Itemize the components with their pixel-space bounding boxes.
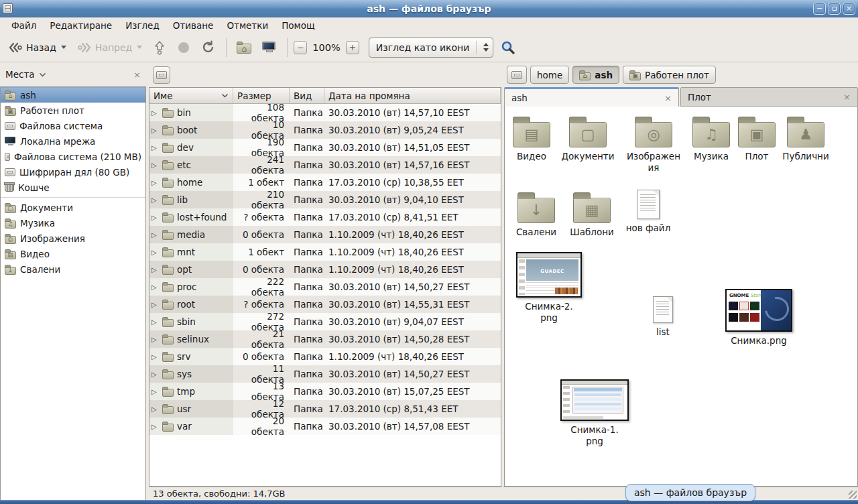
expander-icon[interactable]: ▷ <box>151 388 159 395</box>
file-row[interactable]: ▷ usr 12 обекта Папка 17.03.2010 (ср) 8,… <box>149 400 501 418</box>
forward-button[interactable]: Напред <box>73 39 146 56</box>
file-row[interactable]: ▷ bin 108 обекта Папка 30.03.2010 (вт) 1… <box>149 104 501 121</box>
expander-icon[interactable]: ▷ <box>151 266 159 273</box>
iconview-item-public[interactable]: Публични <box>779 116 833 162</box>
expander-icon[interactable]: ▷ <box>151 284 159 291</box>
sidebar-item-home-ash[interactable]: ash <box>1 87 145 103</box>
expander-icon[interactable]: ▷ <box>151 196 159 204</box>
menu-bookmarks[interactable]: Отметки <box>221 19 274 32</box>
sidebar-item-trash[interactable]: Кошче <box>1 180 145 195</box>
tab-close-icon[interactable]: × <box>664 94 672 103</box>
file-row[interactable]: ▷ home 1 обект Папка 17.03.2010 (ср) 10,… <box>149 174 501 191</box>
back-button[interactable]: Назад <box>4 39 70 56</box>
file-row[interactable]: ▷ dev 190 обекта Папка 30.03.2010 (вт) 1… <box>149 139 501 156</box>
iconview-item-snimka-1-png[interactable]: Снимка-1.png <box>560 379 629 447</box>
tab-close-icon[interactable]: × <box>843 92 851 101</box>
tab-plot[interactable]: Плот × <box>680 87 858 107</box>
root-location-button[interactable] <box>153 66 170 84</box>
expander-icon[interactable]: ▷ <box>151 179 159 186</box>
file-row[interactable]: ▷ root ? обекта Папка 30.03.2010 (вт) 14… <box>149 296 501 313</box>
up-button[interactable] <box>149 38 170 58</box>
file-row[interactable]: ▷ mnt 1 обект Папка 1.10.2009 (чт) 18,40… <box>149 243 501 261</box>
expander-icon[interactable]: ▷ <box>151 423 159 430</box>
titlebar[interactable]: ash — файлов браузър − × <box>0 0 858 17</box>
iconview-item-videos[interactable]: Видео <box>505 116 558 162</box>
file-row[interactable]: ▷ proc 222 обекта Папка 30.03.2010 (вт) … <box>149 278 501 296</box>
menu-edit[interactable]: Редактиране <box>44 19 118 32</box>
breadcrumb-home-button[interactable]: home <box>530 66 569 84</box>
menu-go[interactable]: Отиване <box>167 19 220 32</box>
iconview-item-documents[interactable]: Документи <box>561 116 615 162</box>
sidebar-item-desktop[interactable]: Работен плот <box>1 103 145 118</box>
file-row[interactable]: ▷ opt 0 обекта Папка 1.10.2009 (чт) 18,4… <box>149 261 501 278</box>
back-history-chevron-icon[interactable] <box>61 46 66 49</box>
reload-button[interactable] <box>197 38 220 58</box>
sidebar-close-icon[interactable]: × <box>133 70 141 79</box>
file-row[interactable]: ▷ lib 210 обекта Папка 30.03.2010 (вт) 9… <box>149 191 501 208</box>
expander-icon[interactable]: ▷ <box>151 231 159 239</box>
menu-help[interactable]: Помощ <box>275 19 321 32</box>
file-row[interactable]: ▷ boot 10 обекта Папка 30.03.2010 (вт) 9… <box>149 121 501 139</box>
expander-icon[interactable]: ▷ <box>151 127 159 134</box>
file-row[interactable]: ▷ lost+found ? обекта Папка 17.03.2010 (… <box>149 208 501 226</box>
file-row[interactable]: ▷ var 20 обекта Папка 30.03.2010 (вт) 14… <box>149 418 501 435</box>
column-header-type[interactable]: Вид <box>290 88 324 103</box>
sidebar-item-encrypted-80gb[interactable]: Шифриран дял (80 GB) <box>1 164 145 180</box>
icon-view[interactable]: Видео Документи Изображения Музика <box>504 107 858 487</box>
sidebar-item-filesystem[interactable]: Файлова система <box>1 118 145 133</box>
zoom-in-button[interactable]: + <box>346 41 359 54</box>
iconview-item-snimka-2-png[interactable]: GUADEC Снимка-2.png <box>515 252 583 324</box>
resize-grip-icon[interactable] <box>849 491 857 499</box>
breadcrumb-root-button[interactable] <box>507 66 527 84</box>
expander-icon[interactable]: ▷ <box>151 301 159 308</box>
minimize-button[interactable]: − <box>813 3 826 15</box>
sidebar-item-downloads[interactable]: Свалени <box>1 261 145 277</box>
search-button[interactable] <box>496 37 520 58</box>
file-row[interactable]: ▷ media 0 обекта Папка 1.10.2009 (чт) 18… <box>149 226 501 243</box>
iconview-item-snimka-png[interactable]: GNOME Store Снимка.png <box>724 289 794 346</box>
column-header-size[interactable]: Размер <box>233 88 290 103</box>
expander-icon[interactable]: ▷ <box>151 353 159 361</box>
expander-icon[interactable]: ▷ <box>151 162 159 169</box>
expander-icon[interactable]: ▷ <box>151 318 159 326</box>
computer-button[interactable] <box>258 39 281 56</box>
breadcrumb-ash-button[interactable]: ash <box>572 66 619 84</box>
expander-icon[interactable]: ▷ <box>151 336 159 343</box>
chevron-down-icon[interactable] <box>39 72 46 77</box>
maximize-button[interactable] <box>828 3 841 15</box>
expander-icon[interactable]: ▷ <box>151 371 159 378</box>
sidebar-item-local-network[interactable]: Локална мрежа <box>1 133 145 149</box>
sidebar-item-music[interactable]: Музика <box>1 215 145 231</box>
sidebar-item-pictures[interactable]: Изображения <box>1 231 145 246</box>
file-row[interactable]: ▷ srv 0 обекта Папка 1.10.2009 (чт) 18,4… <box>149 348 501 365</box>
iconview-item-downloads[interactable]: Свалени <box>509 192 563 238</box>
file-row[interactable]: ▷ tmp 13 обекта Папка 30.03.2010 (вт) 15… <box>149 383 501 400</box>
sidebar-item-documents[interactable]: Документи <box>1 200 145 215</box>
file-row[interactable]: ▷ selinux 21 обекта Папка 30.03.2010 (вт… <box>149 330 501 348</box>
iconview-item-templates[interactable]: Шаблони <box>565 192 619 238</box>
view-mode-combobox[interactable]: Изглед като икони <box>369 38 494 58</box>
expander-icon[interactable]: ▷ <box>151 405 159 413</box>
expander-icon[interactable]: ▷ <box>151 214 159 221</box>
iconview-item-new-file[interactable]: нов файл <box>621 190 675 234</box>
sidebar-title[interactable]: Места <box>5 69 35 80</box>
file-row[interactable]: ▷ etc 241 обекта Папка 30.03.2010 (вт) 1… <box>149 156 501 174</box>
file-row[interactable]: ▷ sys 11 обекта Папка 30.03.2010 (вт) 14… <box>149 365 501 383</box>
sidebar-item-videos[interactable]: Видео <box>1 246 145 261</box>
home-button[interactable] <box>233 38 255 56</box>
iconview-item-list[interactable]: list <box>643 296 683 338</box>
file-row[interactable]: ▷ sbin 272 обекта Папка 30.03.2010 (вт) … <box>149 313 501 330</box>
menu-file[interactable]: Файл <box>5 19 42 32</box>
iconview-item-desktop[interactable]: Плот <box>730 116 784 162</box>
breadcrumb-desktop-button[interactable]: Работен плот <box>623 66 716 84</box>
tab-ash[interactable]: ash × <box>504 87 679 107</box>
expander-icon[interactable]: ▷ <box>151 144 159 151</box>
column-header-date[interactable]: Дата на промяна <box>324 88 501 103</box>
expander-icon[interactable]: ▷ <box>151 109 159 117</box>
sidebar-item-filesystem-210mb[interactable]: Файлова система (210 MB) <box>1 149 145 164</box>
close-button[interactable]: × <box>843 3 855 15</box>
expander-icon[interactable]: ▷ <box>151 249 159 256</box>
menu-view[interactable]: Изглед <box>119 19 166 32</box>
zoom-out-button[interactable]: − <box>294 41 307 54</box>
iconview-item-pictures[interactable]: Изображения <box>625 116 682 174</box>
